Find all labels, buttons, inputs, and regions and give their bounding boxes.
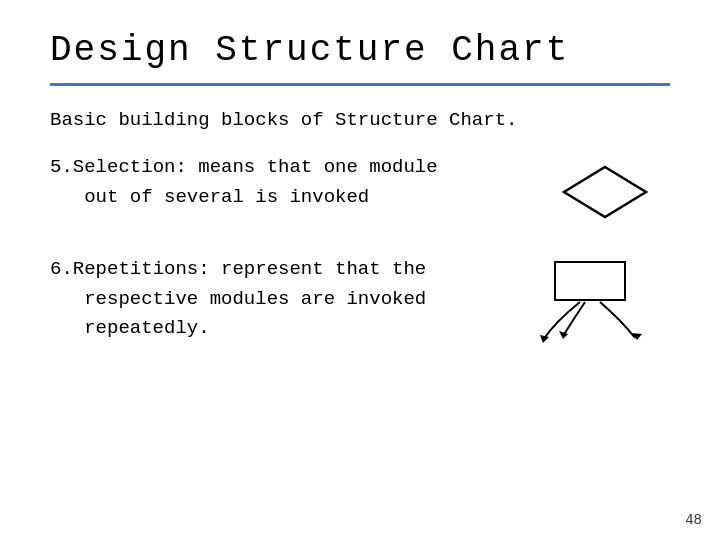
title-divider [50,83,670,86]
intro-text: Basic building blocks of Structure Chart… [50,106,670,135]
diamond-icon [560,163,650,231]
item5-section: 5.Selection: means that one module out o… [50,153,670,233]
item6-content: Repetitions: represent that the respecti… [50,258,426,339]
item5-content: Selection: means that one module out of … [50,156,438,207]
svg-marker-4 [559,331,568,339]
slide-title: Design Structure Chart [50,30,670,71]
svg-marker-2 [540,335,549,343]
repetition-icon [535,260,645,365]
slide-content: Basic building blocks of Structure Chart… [50,106,670,355]
item6-label: 6. [50,258,73,280]
page-number: 48 [685,512,702,528]
slide: Design Structure Chart Basic building bl… [0,0,720,540]
svg-rect-1 [555,262,625,300]
item5-label: 5. [50,156,73,178]
item6-section: 6.Repetitions: represent that the respec… [50,255,670,355]
svg-marker-0 [564,167,646,217]
